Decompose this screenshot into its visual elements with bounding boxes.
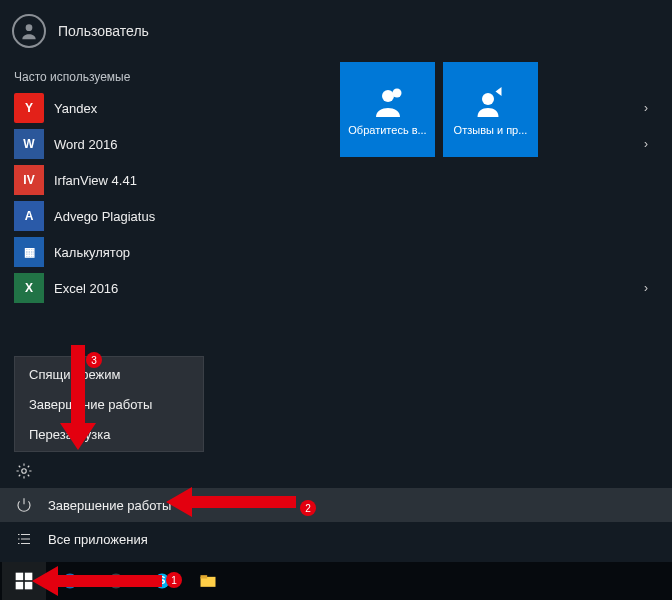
option-label: Завершение работы [48,498,171,513]
svg-text:S: S [159,575,166,586]
taskbar-chrome[interactable] [94,562,138,600]
app-item-2[interactable]: IVIrfanView 4.41 [6,162,666,198]
app-icon: ▦ [14,237,44,267]
app-item-3[interactable]: AAdvego Plagiatus [6,198,666,234]
submenu-label: Перезагрузка [29,427,110,442]
app-label: Excel 2016 [54,281,634,296]
app-icon: X [14,273,44,303]
app-item-4[interactable]: ▦Калькулятор [6,234,666,270]
tile-feedback[interactable]: Отзывы и пр... [443,62,538,157]
taskbar-browser[interactable] [48,562,92,600]
svg-point-1 [382,90,394,102]
user-account-row[interactable]: Пользователь [0,0,672,62]
app-icon: A [14,201,44,231]
svg-point-12 [114,579,119,584]
option-label: Все приложения [48,532,148,547]
app-item-5[interactable]: XExcel 2016› [6,270,666,306]
svg-rect-6 [16,573,24,581]
submenu-restart[interactable]: Перезагрузка [15,419,203,449]
user-avatar-icon [12,14,46,48]
app-label: Калькулятор [54,245,658,260]
svg-rect-9 [25,582,33,590]
chevron-right-icon: › [644,101,658,115]
svg-rect-8 [16,582,24,590]
tile-contact-support[interactable]: Обратитесь в... [340,62,435,157]
start-button[interactable] [2,562,46,600]
gear-icon [14,461,34,481]
app-label: Advego Plagiatus [54,209,658,224]
svg-point-5 [22,469,27,474]
svg-rect-16 [201,575,208,578]
submenu-label: Спящий режим [29,367,121,382]
tile-label: Отзывы и пр... [443,120,538,142]
app-item-1[interactable]: WWord 2016› [6,126,666,162]
list-icon [14,529,34,549]
app-label: IrfanView 4.41 [54,173,658,188]
power-submenu: Спящий режим Завершение работы Перезагру… [14,356,204,452]
taskbar-skype[interactable]: S [140,562,184,600]
svg-point-10 [63,574,78,589]
submenu-sleep[interactable]: Спящий режим [15,359,203,389]
app-icon: W [14,129,44,159]
taskbar: S [0,562,672,600]
app-list: YYandex›WWord 2016›IVIrfanView 4.41AAdve… [0,90,672,306]
app-icon: IV [14,165,44,195]
all-apps-option[interactable]: Все приложения [0,522,672,556]
live-tiles-group: Обратитесь в... Отзывы и пр... [340,62,538,157]
power-icon [14,495,34,515]
submenu-shutdown[interactable]: Завершение работы [15,389,203,419]
settings-option[interactable] [0,454,672,488]
chevron-right-icon: › [644,137,658,151]
start-menu: Пользователь Часто используемые YYandex›… [0,0,672,562]
app-item-0[interactable]: YYandex› [6,90,666,126]
tile-label: Обратитесь в... [340,120,435,142]
taskbar-file-explorer[interactable] [186,562,230,600]
app-icon: Y [14,93,44,123]
svg-rect-7 [25,573,33,581]
most-used-heading: Часто используемые [0,62,672,90]
submenu-label: Завершение работы [29,397,152,412]
svg-point-0 [26,24,33,31]
power-option[interactable]: Завершение работы [0,488,672,522]
svg-point-3 [482,93,494,105]
user-name-label: Пользователь [58,23,149,39]
chevron-right-icon: › [644,281,658,295]
svg-point-2 [392,88,401,97]
